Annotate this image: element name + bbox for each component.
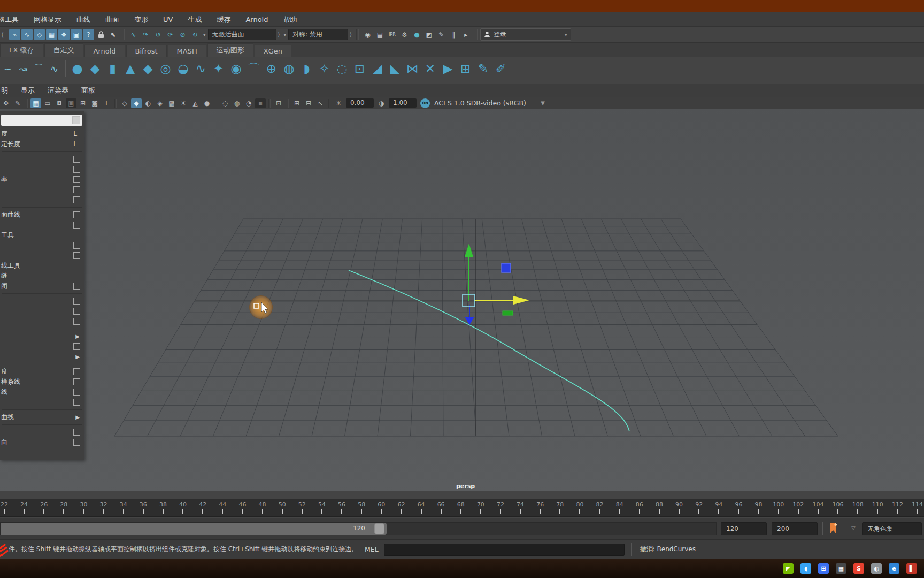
option-box[interactable]: [73, 242, 80, 249]
paint-select-icon[interactable]: ✎: [12, 98, 23, 108]
history-keep-icon[interactable]: ↷: [140, 29, 151, 40]
option-box[interactable]: [73, 252, 80, 259]
torn-menu-item[interactable]: 工具: [0, 230, 84, 240]
panel-menu-面板[interactable]: 面板: [75, 86, 102, 95]
mel-input[interactable]: [384, 544, 625, 556]
playback-end-field[interactable]: 200: [772, 522, 818, 535]
history-input-icon[interactable]: ∿: [128, 29, 139, 40]
menu-生成[interactable]: 生成: [180, 12, 209, 27]
option-box[interactable]: [73, 211, 80, 218]
poly-wave-icon[interactable]: ∿: [192, 60, 210, 78]
torn-menu-item[interactable]: 定长度L: [0, 139, 84, 149]
option-box[interactable]: [73, 378, 80, 385]
option-box[interactable]: [73, 318, 80, 325]
render-settings-icon[interactable]: ⚙: [399, 29, 410, 40]
combine-icon[interactable]: ⋈: [404, 60, 421, 78]
torn-menu-item[interactable]: 向: [0, 437, 84, 447]
expand-arrow-icon[interactable]: ▸: [460, 29, 472, 40]
tray-icon-grid[interactable]: ⊞: [818, 563, 829, 574]
cut-toolbox-icon[interactable]: ⟨: [0, 29, 8, 40]
torn-menu-item[interactable]: ▶: [0, 352, 84, 362]
poly-droplet-icon[interactable]: ◗: [298, 60, 315, 78]
menu-变形[interactable]: 变形: [127, 12, 156, 27]
menu-mesh-tools-cut[interactable]: 格工具: [0, 12, 26, 27]
torn-menu-item[interactable]: [0, 185, 84, 195]
snap-to-curves-icon[interactable]: ❖: [58, 29, 70, 40]
grid-fill-icon[interactable]: ⊞: [457, 60, 474, 78]
resolution-gate-icon[interactable]: ◘: [54, 98, 65, 108]
ep-curve-tool-icon[interactable]: ∼: [0, 60, 16, 78]
option-box[interactable]: [73, 343, 80, 350]
gamma-icon[interactable]: ◑: [376, 98, 387, 108]
bookmark-icon[interactable]: [829, 522, 838, 537]
fog-icon[interactable]: ◌: [220, 98, 230, 108]
pause-icon[interactable]: ‖: [448, 29, 459, 40]
shaded-icon[interactable]: ◆: [131, 98, 142, 108]
sculpt-icon[interactable]: ✐: [492, 60, 510, 78]
torn-menu-item[interactable]: 度: [0, 367, 84, 377]
make-live-icon[interactable]: ▣: [71, 29, 82, 40]
option-box[interactable]: [73, 176, 80, 183]
option-box[interactable]: [73, 186, 80, 193]
bevel-plus-icon[interactable]: ◢: [368, 60, 386, 78]
torn-menu-item[interactable]: 线工具: [0, 261, 84, 271]
nurbs-curve[interactable]: [349, 270, 629, 431]
login-dropdown[interactable]: 登录 ▾: [480, 28, 571, 41]
torn-menu-item[interactable]: [0, 316, 84, 326]
option-box[interactable]: [73, 283, 80, 290]
motion-blur-icon[interactable]: ◍: [232, 98, 242, 108]
tray-icon-chat[interactable]: ◖: [800, 563, 811, 574]
tray-icon-dark[interactable]: ▦: [836, 563, 846, 574]
field-chart-icon[interactable]: ⊞: [78, 98, 88, 108]
option-box[interactable]: [73, 298, 80, 305]
option-box[interactable]: [73, 156, 80, 163]
shelf-tab-MASH[interactable]: MASH: [168, 45, 206, 57]
paint-effects-icon[interactable]: ✎: [436, 29, 447, 40]
torn-menu-item[interactable]: 样条线: [0, 377, 84, 387]
torn-menu-item[interactable]: 曲线▶: [0, 412, 84, 422]
option-box[interactable]: [73, 368, 80, 375]
poly-torus-icon[interactable]: ◎: [157, 60, 174, 78]
mel-label[interactable]: MEL: [365, 545, 379, 553]
poly-helix-icon[interactable]: ⌒: [245, 60, 263, 78]
range-slider-bar[interactable]: 120: [1, 523, 387, 535]
viewport-3d[interactable]: persp 度L定长度L率面曲线工具线工具缝闭▶▶度样条线线曲线▶向: [0, 109, 924, 491]
wireframe-icon[interactable]: ◇: [119, 98, 130, 108]
select-cursor-icon[interactable]: ⬉: [107, 29, 119, 40]
tray-icon-edge[interactable]: e: [889, 563, 899, 574]
menu-网格显示[interactable]: 网格显示: [26, 12, 69, 27]
tray-icon-sogou[interactable]: S: [853, 563, 864, 574]
menu-帮助[interactable]: 帮助: [276, 12, 305, 27]
safe-title-icon[interactable]: T: [101, 98, 112, 108]
lasso-select-icon[interactable]: ⌁: [9, 29, 20, 40]
manipulator-plane-blue[interactable]: [502, 263, 511, 272]
torn-menu-close-button[interactable]: [72, 116, 80, 124]
gamma-field[interactable]: 1.00: [389, 98, 417, 108]
torn-menu-item[interactable]: ▶: [0, 331, 84, 341]
range-slider-track[interactable]: 120: [0, 522, 717, 535]
shelf-tab-Bifrost[interactable]: Bifrost: [126, 45, 167, 57]
tray-icon-circle[interactable]: ◐: [871, 563, 882, 574]
poly-soccer-icon[interactable]: ◍: [280, 60, 298, 78]
option-box[interactable]: [73, 308, 80, 315]
torn-menu-item[interactable]: [0, 306, 84, 316]
collapse-arrow-icon[interactable]: ⟩: [350, 32, 352, 37]
pencil-icon[interactable]: ✎: [474, 60, 492, 78]
torn-menu-item[interactable]: [0, 427, 84, 437]
shelf-tab-XGen[interactable]: XGen: [255, 45, 291, 57]
manipulator-plane-green[interactable]: [503, 311, 513, 315]
film-gate-icon[interactable]: ▭: [42, 98, 53, 108]
torn-menu-item[interactable]: [0, 220, 84, 230]
select-region-icon[interactable]: ⊡: [273, 98, 284, 108]
snap-to-grid-icon[interactable]: ▦: [46, 29, 57, 40]
symmetry-field[interactable]: 对称: 禁用: [288, 29, 348, 40]
torn-menu-item[interactable]: [0, 195, 84, 205]
pencil-curve-tool-icon[interactable]: ↝: [16, 60, 31, 78]
option-box[interactable]: [73, 166, 80, 173]
poly-sphere-icon[interactable]: ●: [68, 60, 86, 78]
shelf-tab-自定义[interactable]: 自定义: [44, 43, 83, 57]
track-camera-icon[interactable]: ✥: [1, 98, 11, 108]
gate-mask-icon[interactable]: ▣: [66, 98, 76, 108]
range-slider-handle[interactable]: [374, 523, 384, 534]
poly-gear-icon[interactable]: ⊕: [263, 60, 280, 78]
